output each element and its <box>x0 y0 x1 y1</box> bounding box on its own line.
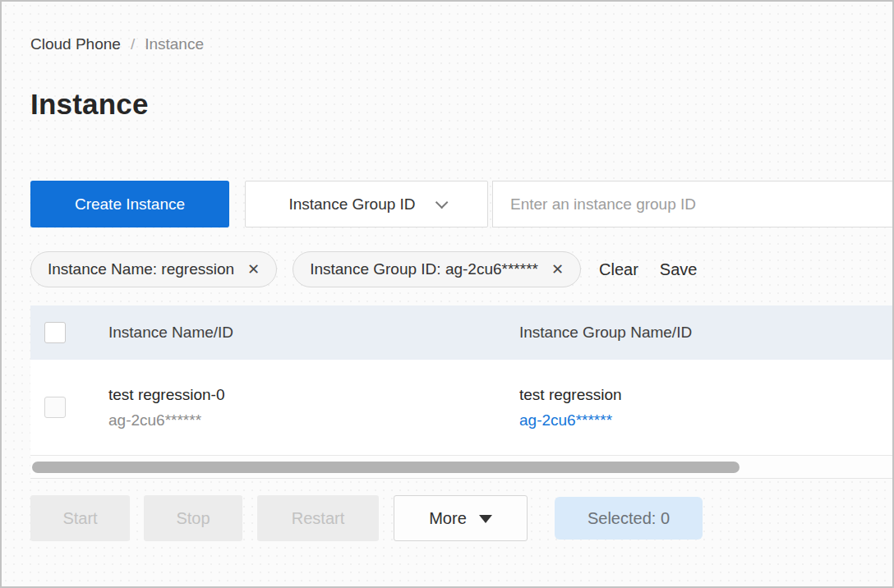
start-button: Start <box>30 495 130 541</box>
filter-tag-instance-group-id: Instance Group ID: ag-2cu6****** ✕ <box>293 251 581 287</box>
clear-filters-button[interactable]: Clear <box>599 260 638 279</box>
cloud-phone-instance-page: Cloud Phone / Instance Instance Create I… <box>0 0 894 588</box>
column-header-instance-group-name-id: Instance Group Name/ID <box>519 324 892 342</box>
filter-field-selector[interactable]: Instance Group ID <box>245 181 488 227</box>
table-header-checkbox-cell <box>30 322 108 343</box>
row-checkbox-cell <box>30 397 108 418</box>
more-button[interactable]: More <box>394 495 528 541</box>
save-filters-button[interactable]: Save <box>660 260 698 279</box>
filter-tag-label: Instance Name: regression <box>48 260 234 278</box>
close-icon[interactable]: ✕ <box>247 262 260 277</box>
more-button-label: More <box>429 509 467 528</box>
filter-row: Instance Name: regression ✕ Instance Gro… <box>30 251 892 287</box>
instance-name: test regression-0 <box>108 386 519 404</box>
caret-down-icon <box>479 515 492 523</box>
filter-tag-instance-name: Instance Name: regression ✕ <box>30 251 277 287</box>
column-header-instance-name-id: Instance Name/ID <box>108 324 519 342</box>
horizontal-scrollbar-thumb[interactable] <box>32 462 740 473</box>
chevron-down-icon <box>435 196 448 209</box>
instance-group-name: test regression <box>519 386 892 404</box>
breadcrumb-instance: Instance <box>145 35 204 53</box>
instance-group-id-link[interactable]: ag-2cu6****** <box>519 411 892 430</box>
toolbar: Create Instance Instance Group ID <box>30 181 892 227</box>
search-box <box>492 181 892 227</box>
footer-actions: Start Stop Restart More Selected: 0 <box>30 495 892 541</box>
select-all-checkbox[interactable] <box>44 322 66 343</box>
close-icon[interactable]: ✕ <box>551 262 564 277</box>
breadcrumb-separator: / <box>131 35 135 53</box>
instance-group-name-id-cell: test regression ag-2cu6****** <box>519 386 892 430</box>
instance-name-id-cell: test regression-0 ag-2cu6****** <box>108 386 519 430</box>
instance-id: ag-2cu6****** <box>108 411 519 430</box>
table-header-row: Instance Name/ID Instance Group Name/ID <box>30 305 892 360</box>
stop-button: Stop <box>144 495 242 541</box>
row-checkbox[interactable] <box>44 397 66 418</box>
search-input[interactable] <box>510 195 892 214</box>
breadcrumb: Cloud Phone / Instance <box>30 35 204 53</box>
instance-table: Instance Name/ID Instance Group Name/ID … <box>30 305 892 456</box>
filter-tag-label: Instance Group ID: ag-2cu6****** <box>310 260 538 278</box>
page-title: Instance <box>30 88 149 121</box>
filter-field-selector-label: Instance Group ID <box>288 195 415 214</box>
restart-button: Restart <box>257 495 379 541</box>
breadcrumb-cloud-phone[interactable]: Cloud Phone <box>30 35 121 53</box>
create-instance-button[interactable]: Create Instance <box>30 181 229 227</box>
selected-count-badge: Selected: 0 <box>555 497 703 540</box>
table-row: test regression-0 ag-2cu6****** test reg… <box>30 360 892 456</box>
horizontal-scrollbar-track[interactable] <box>30 456 892 479</box>
